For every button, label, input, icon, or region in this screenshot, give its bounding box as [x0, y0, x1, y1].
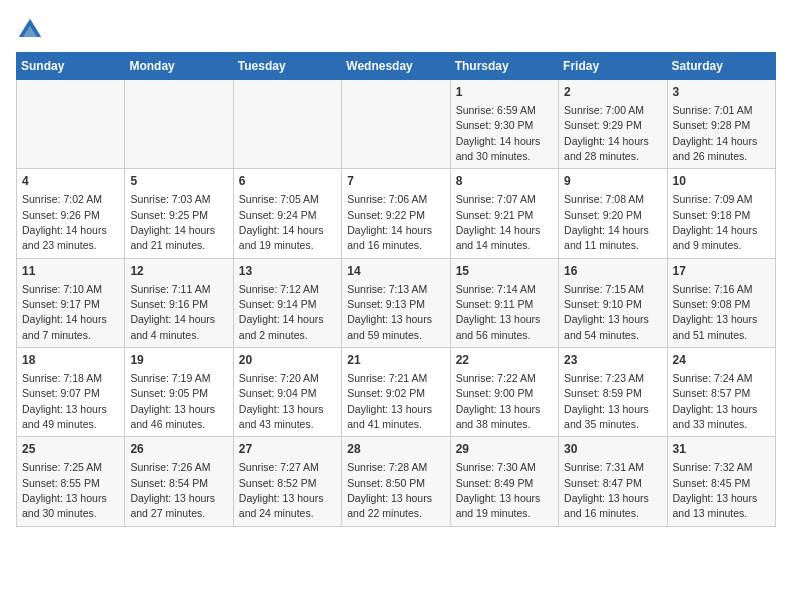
day-number: 2 — [564, 84, 661, 101]
day-number: 30 — [564, 441, 661, 458]
day-info: Sunrise: 7:32 AM Sunset: 8:45 PM Dayligh… — [673, 461, 758, 519]
calendar-day-cell: 10Sunrise: 7:09 AM Sunset: 9:18 PM Dayli… — [667, 169, 775, 258]
day-info: Sunrise: 7:08 AM Sunset: 9:20 PM Dayligh… — [564, 193, 649, 251]
calendar-day-cell: 5Sunrise: 7:03 AM Sunset: 9:25 PM Daylig… — [125, 169, 233, 258]
day-info: Sunrise: 7:10 AM Sunset: 9:17 PM Dayligh… — [22, 283, 107, 341]
day-number: 14 — [347, 263, 444, 280]
calendar-day-cell: 21Sunrise: 7:21 AM Sunset: 9:02 PM Dayli… — [342, 348, 450, 437]
day-number: 11 — [22, 263, 119, 280]
calendar-day-cell: 13Sunrise: 7:12 AM Sunset: 9:14 PM Dayli… — [233, 258, 341, 347]
calendar-day-cell: 29Sunrise: 7:30 AM Sunset: 8:49 PM Dayli… — [450, 437, 558, 526]
weekday-header-monday: Monday — [125, 53, 233, 80]
calendar-day-cell: 19Sunrise: 7:19 AM Sunset: 9:05 PM Dayli… — [125, 348, 233, 437]
day-number: 12 — [130, 263, 227, 280]
calendar-week-row: 25Sunrise: 7:25 AM Sunset: 8:55 PM Dayli… — [17, 437, 776, 526]
calendar-table: SundayMondayTuesdayWednesdayThursdayFrid… — [16, 52, 776, 527]
calendar-day-cell: 3Sunrise: 7:01 AM Sunset: 9:28 PM Daylig… — [667, 80, 775, 169]
day-info: Sunrise: 7:24 AM Sunset: 8:57 PM Dayligh… — [673, 372, 758, 430]
day-info: Sunrise: 7:16 AM Sunset: 9:08 PM Dayligh… — [673, 283, 758, 341]
page-header — [16, 16, 776, 44]
calendar-day-cell: 26Sunrise: 7:26 AM Sunset: 8:54 PM Dayli… — [125, 437, 233, 526]
calendar-day-cell: 16Sunrise: 7:15 AM Sunset: 9:10 PM Dayli… — [559, 258, 667, 347]
day-number: 13 — [239, 263, 336, 280]
day-number: 10 — [673, 173, 770, 190]
calendar-day-cell: 4Sunrise: 7:02 AM Sunset: 9:26 PM Daylig… — [17, 169, 125, 258]
day-info: Sunrise: 7:27 AM Sunset: 8:52 PM Dayligh… — [239, 461, 324, 519]
day-info: Sunrise: 7:02 AM Sunset: 9:26 PM Dayligh… — [22, 193, 107, 251]
day-number: 4 — [22, 173, 119, 190]
calendar-empty-cell — [125, 80, 233, 169]
calendar-day-cell: 28Sunrise: 7:28 AM Sunset: 8:50 PM Dayli… — [342, 437, 450, 526]
day-number: 24 — [673, 352, 770, 369]
calendar-week-row: 1Sunrise: 6:59 AM Sunset: 9:30 PM Daylig… — [17, 80, 776, 169]
day-info: Sunrise: 7:26 AM Sunset: 8:54 PM Dayligh… — [130, 461, 215, 519]
calendar-day-cell: 8Sunrise: 7:07 AM Sunset: 9:21 PM Daylig… — [450, 169, 558, 258]
day-info: Sunrise: 7:12 AM Sunset: 9:14 PM Dayligh… — [239, 283, 324, 341]
day-number: 26 — [130, 441, 227, 458]
day-number: 31 — [673, 441, 770, 458]
calendar-day-cell: 23Sunrise: 7:23 AM Sunset: 8:59 PM Dayli… — [559, 348, 667, 437]
calendar-day-cell: 14Sunrise: 7:13 AM Sunset: 9:13 PM Dayli… — [342, 258, 450, 347]
day-info: Sunrise: 7:13 AM Sunset: 9:13 PM Dayligh… — [347, 283, 432, 341]
calendar-week-row: 4Sunrise: 7:02 AM Sunset: 9:26 PM Daylig… — [17, 169, 776, 258]
calendar-day-cell: 20Sunrise: 7:20 AM Sunset: 9:04 PM Dayli… — [233, 348, 341, 437]
calendar-empty-cell — [17, 80, 125, 169]
weekday-header-wednesday: Wednesday — [342, 53, 450, 80]
day-info: Sunrise: 7:05 AM Sunset: 9:24 PM Dayligh… — [239, 193, 324, 251]
day-info: Sunrise: 7:25 AM Sunset: 8:55 PM Dayligh… — [22, 461, 107, 519]
day-info: Sunrise: 7:07 AM Sunset: 9:21 PM Dayligh… — [456, 193, 541, 251]
day-info: Sunrise: 7:14 AM Sunset: 9:11 PM Dayligh… — [456, 283, 541, 341]
day-number: 7 — [347, 173, 444, 190]
logo — [16, 16, 48, 44]
day-info: Sunrise: 7:18 AM Sunset: 9:07 PM Dayligh… — [22, 372, 107, 430]
calendar-week-row: 11Sunrise: 7:10 AM Sunset: 9:17 PM Dayli… — [17, 258, 776, 347]
weekday-header-tuesday: Tuesday — [233, 53, 341, 80]
day-number: 5 — [130, 173, 227, 190]
day-info: Sunrise: 7:06 AM Sunset: 9:22 PM Dayligh… — [347, 193, 432, 251]
day-info: Sunrise: 7:22 AM Sunset: 9:00 PM Dayligh… — [456, 372, 541, 430]
logo-icon — [16, 16, 44, 44]
day-info: Sunrise: 7:09 AM Sunset: 9:18 PM Dayligh… — [673, 193, 758, 251]
day-info: Sunrise: 7:28 AM Sunset: 8:50 PM Dayligh… — [347, 461, 432, 519]
day-info: Sunrise: 7:20 AM Sunset: 9:04 PM Dayligh… — [239, 372, 324, 430]
day-number: 8 — [456, 173, 553, 190]
day-number: 22 — [456, 352, 553, 369]
day-number: 20 — [239, 352, 336, 369]
day-number: 19 — [130, 352, 227, 369]
day-number: 17 — [673, 263, 770, 280]
day-info: Sunrise: 7:19 AM Sunset: 9:05 PM Dayligh… — [130, 372, 215, 430]
day-info: Sunrise: 7:31 AM Sunset: 8:47 PM Dayligh… — [564, 461, 649, 519]
calendar-day-cell: 17Sunrise: 7:16 AM Sunset: 9:08 PM Dayli… — [667, 258, 775, 347]
day-number: 3 — [673, 84, 770, 101]
day-number: 1 — [456, 84, 553, 101]
day-number: 21 — [347, 352, 444, 369]
day-number: 9 — [564, 173, 661, 190]
day-number: 27 — [239, 441, 336, 458]
calendar-day-cell: 15Sunrise: 7:14 AM Sunset: 9:11 PM Dayli… — [450, 258, 558, 347]
calendar-day-cell: 22Sunrise: 7:22 AM Sunset: 9:00 PM Dayli… — [450, 348, 558, 437]
day-number: 16 — [564, 263, 661, 280]
day-number: 15 — [456, 263, 553, 280]
day-number: 29 — [456, 441, 553, 458]
weekday-header-sunday: Sunday — [17, 53, 125, 80]
calendar-day-cell: 27Sunrise: 7:27 AM Sunset: 8:52 PM Dayli… — [233, 437, 341, 526]
day-info: Sunrise: 6:59 AM Sunset: 9:30 PM Dayligh… — [456, 104, 541, 162]
weekday-header-friday: Friday — [559, 53, 667, 80]
day-info: Sunrise: 7:01 AM Sunset: 9:28 PM Dayligh… — [673, 104, 758, 162]
weekday-header-row: SundayMondayTuesdayWednesdayThursdayFrid… — [17, 53, 776, 80]
day-info: Sunrise: 7:03 AM Sunset: 9:25 PM Dayligh… — [130, 193, 215, 251]
calendar-day-cell: 12Sunrise: 7:11 AM Sunset: 9:16 PM Dayli… — [125, 258, 233, 347]
weekday-header-thursday: Thursday — [450, 53, 558, 80]
day-info: Sunrise: 7:23 AM Sunset: 8:59 PM Dayligh… — [564, 372, 649, 430]
calendar-day-cell: 18Sunrise: 7:18 AM Sunset: 9:07 PM Dayli… — [17, 348, 125, 437]
day-number: 28 — [347, 441, 444, 458]
calendar-day-cell: 7Sunrise: 7:06 AM Sunset: 9:22 PM Daylig… — [342, 169, 450, 258]
day-info: Sunrise: 7:00 AM Sunset: 9:29 PM Dayligh… — [564, 104, 649, 162]
calendar-week-row: 18Sunrise: 7:18 AM Sunset: 9:07 PM Dayli… — [17, 348, 776, 437]
calendar-empty-cell — [342, 80, 450, 169]
calendar-empty-cell — [233, 80, 341, 169]
day-info: Sunrise: 7:21 AM Sunset: 9:02 PM Dayligh… — [347, 372, 432, 430]
day-number: 18 — [22, 352, 119, 369]
calendar-day-cell: 25Sunrise: 7:25 AM Sunset: 8:55 PM Dayli… — [17, 437, 125, 526]
calendar-day-cell: 9Sunrise: 7:08 AM Sunset: 9:20 PM Daylig… — [559, 169, 667, 258]
